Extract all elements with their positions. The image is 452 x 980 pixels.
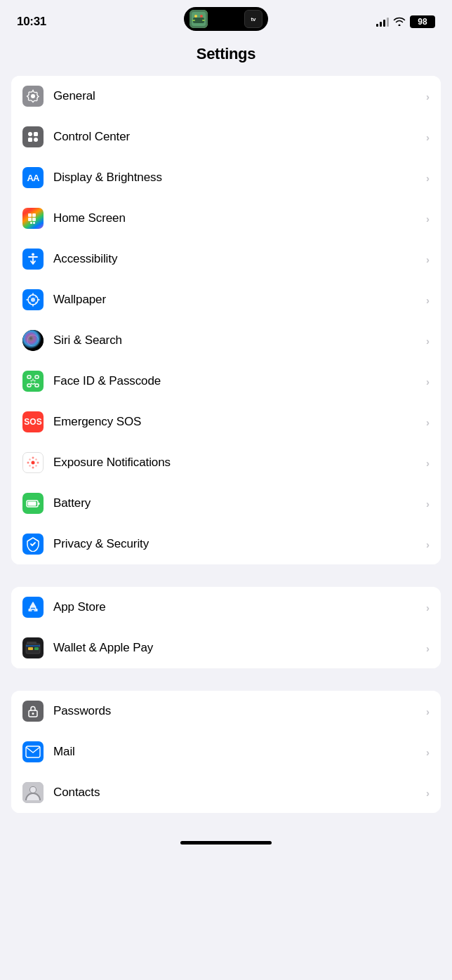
settings-row-control-center[interactable]: Control Center ›	[11, 117, 441, 157]
settings-group-1: General › Control Center › AA Display & …	[11, 76, 441, 564]
home-screen-label: Home Screen	[53, 211, 420, 225]
svg-point-34	[31, 380, 32, 382]
svg-rect-57	[26, 746, 40, 757]
emergency-sos-icon: SOS	[22, 411, 44, 432]
passwords-icon	[22, 701, 44, 722]
general-chevron: ›	[426, 91, 430, 102]
control-center-label: Control Center	[53, 130, 420, 144]
svg-rect-32	[27, 384, 31, 387]
svg-rect-15	[30, 222, 32, 224]
contacts-label: Contacts	[53, 786, 420, 800]
svg-point-4	[200, 15, 203, 18]
siri-chevron: ›	[426, 335, 430, 347]
display-icon: AA	[22, 167, 44, 188]
settings-row-app-store[interactable]: App Store ›	[11, 587, 441, 628]
home-screen-icon	[22, 208, 44, 229]
settings-row-general[interactable]: General ›	[11, 76, 441, 117]
status-bar: 10:31 tv	[0, 0, 452, 38]
svg-point-45	[35, 465, 36, 466]
svg-rect-6	[202, 20, 205, 21]
accessibility-icon	[22, 249, 44, 270]
svg-point-3	[194, 15, 197, 18]
app-store-label: App Store	[53, 600, 420, 614]
settings-row-wallpaper[interactable]: Wallpaper ›	[11, 279, 441, 320]
face-id-icon	[22, 371, 44, 392]
svg-point-24	[29, 296, 31, 298]
signal-bars	[376, 17, 389, 27]
svg-rect-9	[28, 138, 32, 142]
exposure-label: Exposure Notifications	[53, 456, 420, 470]
settings-row-display[interactable]: AA Display & Brightness ›	[11, 157, 441, 198]
wallpaper-label: Wallpaper	[53, 293, 420, 307]
privacy-icon	[22, 534, 44, 555]
signal-bar-4	[387, 18, 389, 27]
settings-row-siri[interactable]: Siri & Search ›	[11, 320, 441, 361]
mail-chevron: ›	[426, 746, 430, 758]
accessibility-label: Accessibility	[53, 252, 420, 266]
settings-row-wallet[interactable]: Wallet & Apple Pay ›	[11, 628, 441, 668]
dynamic-island: tv	[184, 7, 268, 31]
wallet-chevron: ›	[426, 642, 430, 654]
svg-rect-11	[28, 213, 32, 217]
svg-point-35	[34, 380, 36, 382]
settings-group-2: App Store › Wallet & Apple Pay ›	[11, 587, 441, 668]
svg-rect-8	[34, 132, 38, 136]
emergency-sos-label: Emergency SOS	[53, 415, 420, 429]
svg-rect-30	[27, 376, 31, 378]
svg-rect-5	[192, 20, 195, 21]
svg-point-17	[32, 253, 34, 256]
svg-rect-14	[32, 218, 36, 221]
status-right-icons: 98	[376, 15, 435, 28]
svg-rect-10	[34, 138, 38, 142]
privacy-label: Privacy & Security	[53, 537, 420, 551]
wallet-label: Wallet & Apple Pay	[53, 641, 420, 655]
settings-row-home-screen[interactable]: Home Screen ›	[11, 198, 441, 239]
contacts-chevron: ›	[426, 787, 430, 799]
svg-point-43	[35, 458, 36, 460]
home-bar	[0, 835, 452, 849]
signal-bar-3	[383, 20, 385, 27]
contacts-icon	[22, 782, 44, 803]
settings-row-passwords[interactable]: Passwords ›	[11, 691, 441, 731]
mail-icon	[22, 741, 44, 762]
general-label: General	[53, 89, 420, 103]
svg-rect-48	[28, 502, 36, 506]
home-bar-pill	[180, 841, 272, 845]
dynamic-island-game-icon	[190, 10, 208, 28]
svg-point-42	[29, 458, 30, 460]
display-label: Display & Brightness	[53, 171, 420, 185]
svg-point-56	[32, 713, 34, 715]
settings-row-privacy[interactable]: Privacy & Security ›	[11, 524, 441, 564]
settings-group-3: Passwords › Mail › Contacts ›	[11, 691, 441, 813]
wifi-icon	[393, 16, 406, 28]
settings-row-mail[interactable]: Mail ›	[11, 731, 441, 772]
settings-row-face-id[interactable]: Face ID & Passcode ›	[11, 361, 441, 402]
svg-point-27	[35, 302, 36, 303]
face-id-chevron: ›	[426, 376, 430, 388]
exposure-icon	[22, 452, 44, 473]
battery-label: Battery	[53, 496, 420, 510]
wallpaper-icon	[22, 289, 44, 310]
emergency-sos-chevron: ›	[426, 416, 430, 428]
passwords-label: Passwords	[53, 704, 420, 718]
wallpaper-chevron: ›	[426, 294, 430, 306]
settings-row-contacts[interactable]: Contacts ›	[11, 772, 441, 813]
passwords-chevron: ›	[426, 706, 430, 717]
svg-rect-33	[35, 384, 39, 387]
status-time: 10:31	[17, 15, 46, 29]
app-store-chevron: ›	[426, 602, 430, 614]
svg-point-41	[37, 462, 39, 464]
face-id-label: Face ID & Passcode	[53, 374, 420, 388]
settings-row-exposure[interactable]: Exposure Notifications ›	[11, 442, 441, 483]
exposure-chevron: ›	[426, 457, 430, 469]
siri-icon	[22, 330, 44, 351]
svg-point-60	[30, 787, 36, 793]
svg-rect-7	[28, 132, 32, 136]
svg-rect-47	[38, 503, 40, 505]
settings-row-emergency-sos[interactable]: SOS Emergency SOS ›	[11, 402, 441, 442]
settings-row-battery[interactable]: Battery ›	[11, 483, 441, 524]
svg-point-19	[31, 298, 35, 302]
settings-row-accessibility[interactable]: Accessibility ›	[11, 239, 441, 279]
svg-point-40	[27, 462, 29, 464]
signal-bar-1	[376, 24, 378, 27]
